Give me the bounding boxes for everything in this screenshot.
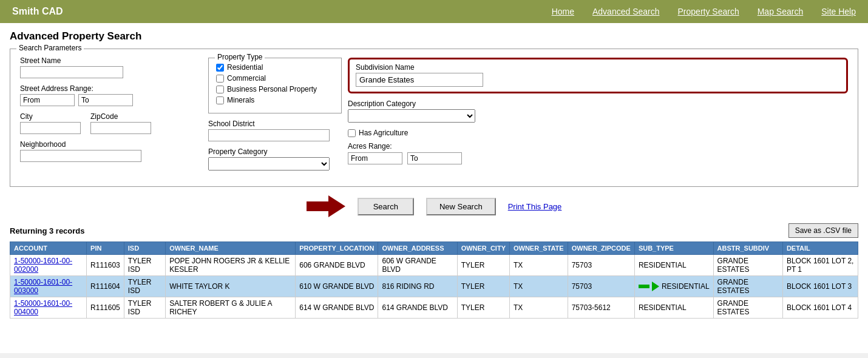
- cell-owner-name: WHITE TAYLOR K: [166, 276, 296, 297]
- nav-advanced-search[interactable]: Advanced Search: [592, 7, 660, 16]
- green-arrow-head: [652, 282, 659, 291]
- table-row[interactable]: 1-50000-1601-00-003000R111604TYLER ISDWH…: [10, 276, 858, 297]
- col-header-abstr-subdiv: ABSTR_SUBDIV: [713, 242, 782, 255]
- search-button[interactable]: Search: [358, 198, 414, 215]
- cell-sub-type: RESIDENTIAL: [634, 276, 713, 297]
- subdivision-name-box: Subdivision Name: [348, 58, 848, 93]
- col-header-owner-address: OWNER_ADDRESS: [378, 242, 457, 255]
- addr-to-group: [78, 94, 133, 106]
- col-header-sub-type: SUB_TYPE: [634, 242, 713, 255]
- desc-category-select[interactable]: [348, 109, 475, 123]
- desc-category-label: Description Category: [348, 100, 848, 108]
- has-agriculture-group: Has Agriculture: [348, 129, 848, 137]
- table-row[interactable]: 1-50000-1601-00-002000R111603TYLER ISDPO…: [10, 255, 858, 276]
- cell-property-location: 614 W GRANDE BLVD: [296, 297, 378, 319]
- cell-isd: TYLER ISD: [124, 276, 165, 297]
- cell-owner-name: SALTER ROBERT G & JULIE A RICHEY: [166, 297, 296, 319]
- city-zip-row: City ZipCode: [20, 112, 202, 140]
- cell-pin: R111605: [87, 297, 124, 319]
- search-arrow-indicator: [307, 195, 345, 217]
- zipcode-input[interactable]: [90, 122, 151, 134]
- has-agriculture-label: Has Agriculture: [359, 129, 408, 137]
- col-header-owner-city: OWNER_CITY: [457, 242, 509, 255]
- account-link[interactable]: 1-50000-1601-00-003000: [14, 278, 72, 295]
- cell-pin: R111604: [87, 276, 124, 297]
- city-input[interactable]: [20, 122, 81, 134]
- prop-type-minerals-checkbox[interactable]: [216, 96, 224, 104]
- desc-category-group: Description Category: [348, 100, 848, 123]
- cell-owner-zipcode: 75703: [568, 255, 634, 276]
- cell-pin: R111603: [87, 255, 124, 276]
- prop-type-residential[interactable]: Residential: [216, 63, 334, 72]
- column-street: Street Name Street Address Range:: [20, 56, 202, 177]
- neighborhood-group: Neighborhood: [20, 140, 202, 162]
- page-title: Advanced Property Search: [10, 30, 858, 42]
- results-count: Returning 3 records: [10, 226, 85, 235]
- property-type-legend: Property Type: [215, 53, 265, 61]
- col-header-owner-zipcode: OWNER_ZIPCODE: [568, 242, 634, 255]
- print-link[interactable]: Print This Page: [508, 202, 562, 211]
- city-group: City: [20, 112, 81, 134]
- main-nav: Home Advanced Search Property Search Map…: [552, 7, 856, 16]
- cell-owner-zipcode: 75703-5612: [568, 297, 634, 319]
- cell-abstr-subdiv: GRANDE ESTATES: [713, 276, 782, 297]
- cell-owner-city: TYLER: [457, 276, 509, 297]
- street-name-input[interactable]: [20, 66, 123, 78]
- account-link[interactable]: 1-50000-1601-00-004000: [14, 299, 72, 316]
- nav-map-search[interactable]: Map Search: [758, 7, 803, 16]
- cell-sub-type-text: RESIDENTIAL: [662, 282, 710, 291]
- action-row: Search New Search Print This Page: [10, 195, 858, 217]
- nav-home[interactable]: Home: [552, 7, 574, 16]
- cell-sub-type: RESIDENTIAL: [634, 297, 713, 319]
- cell-account: 1-50000-1601-00-003000: [10, 276, 87, 297]
- property-category-group: Property Category: [208, 147, 342, 171]
- street-address-range-group: Street Address Range:: [20, 84, 202, 106]
- addr-to-input[interactable]: [78, 94, 133, 106]
- cell-isd: TYLER ISD: [124, 255, 165, 276]
- property-category-select[interactable]: [208, 157, 330, 171]
- has-agriculture-checkbox[interactable]: [348, 129, 356, 137]
- addr-from-group: [20, 94, 75, 106]
- acres-range-group: Acres Range:: [348, 142, 848, 164]
- acres-from-input[interactable]: [348, 152, 402, 164]
- acres-range-label: Acres Range:: [348, 142, 848, 150]
- cell-detail: BLOCK 1601 LOT 4: [782, 297, 858, 319]
- zipcode-group: ZipCode: [90, 112, 151, 134]
- cell-account: 1-50000-1601-00-002000: [10, 255, 87, 276]
- prop-type-bpp[interactable]: Business Personal Property: [216, 85, 334, 93]
- prop-type-commercial[interactable]: Commercial: [216, 74, 334, 83]
- col-header-property-location: PROPERTY_LOCATION: [296, 242, 378, 255]
- school-district-input[interactable]: [208, 129, 330, 141]
- neighborhood-input[interactable]: [20, 150, 141, 162]
- prop-type-bpp-checkbox[interactable]: [216, 86, 224, 93]
- save-csv-button[interactable]: Save as .CSV file: [788, 223, 858, 238]
- cell-property-location: 606 GRANDE BLVD: [296, 255, 378, 276]
- arrow-head: [328, 195, 345, 217]
- street-name-group: Street Name: [20, 56, 202, 78]
- account-link[interactable]: 1-50000-1601-00-002000: [14, 257, 72, 274]
- cell-owner-state: TX: [509, 255, 568, 276]
- header: Smith CAD Home Advanced Search Property …: [0, 0, 868, 23]
- nav-property-search[interactable]: Property Search: [678, 7, 739, 16]
- prop-type-residential-checkbox[interactable]: [216, 64, 224, 72]
- street-name-label: Street Name: [20, 56, 202, 65]
- new-search-button[interactable]: New Search: [426, 198, 496, 215]
- prop-type-commercial-checkbox[interactable]: [216, 75, 224, 83]
- cell-owner-address: 614 GRANDE BLVD: [378, 297, 457, 319]
- page-content: Advanced Property Search Search Paramete…: [0, 23, 868, 353]
- nav-site-help[interactable]: Site Help: [821, 7, 856, 16]
- table-header-row: ACCOUNT PIN ISD OWNER_NAME PROPERTY_LOCA…: [10, 242, 858, 255]
- prop-type-minerals[interactable]: Minerals: [216, 96, 334, 104]
- table-row[interactable]: 1-50000-1601-00-004000R111605TYLER ISDSA…: [10, 297, 858, 319]
- addr-from-input[interactable]: [20, 94, 75, 106]
- col-header-owner-state: OWNER_STATE: [509, 242, 568, 255]
- cell-owner-name: POPE JOHN ROGERS JR & KELLIE KESLER: [166, 255, 296, 276]
- site-title: Smith CAD: [12, 6, 63, 17]
- acres-to-input[interactable]: [407, 152, 462, 164]
- subdivision-name-input[interactable]: [356, 73, 483, 87]
- neighborhood-label: Neighborhood: [20, 140, 202, 149]
- subdivision-name-label: Subdivision Name: [356, 63, 840, 72]
- search-params-box: Search Parameters Street Name Street Add…: [10, 49, 858, 187]
- search-params-legend: Search Parameters: [16, 44, 84, 52]
- cell-owner-state: TX: [509, 276, 568, 297]
